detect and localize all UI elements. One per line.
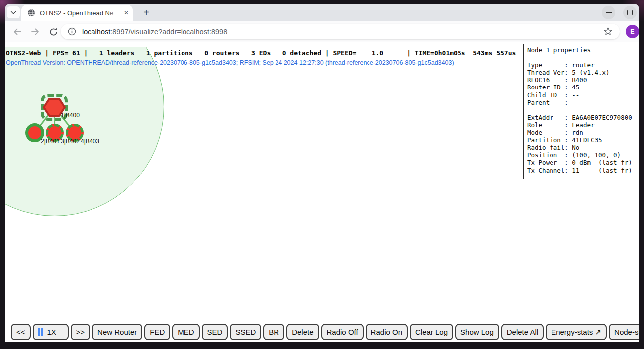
back-button[interactable] <box>11 25 24 38</box>
show-log-button[interactable]: Show Log <box>455 324 499 340</box>
radio-off-button[interactable]: Radio Off <box>321 324 364 340</box>
med-button[interactable]: MED <box>172 324 199 340</box>
url-path: :8997/visualize?addr=localhost:8998 <box>110 28 227 36</box>
delete-button[interactable]: Delete <box>286 324 319 340</box>
maximize-button[interactable] <box>623 6 637 19</box>
fed-button[interactable]: FED <box>144 324 170 340</box>
reload-icon <box>49 27 58 37</box>
speed-display-button[interactable]: 1X <box>33 324 69 340</box>
node-stats-button[interactable]: Node-stats ↗ <box>609 324 639 340</box>
back-arrow-icon <box>12 27 22 37</box>
minimize-button[interactable] <box>602 6 615 19</box>
speed-value: 1X <box>47 328 56 336</box>
forward-arrow-icon <box>30 27 40 37</box>
ssed-button[interactable]: SSED <box>230 324 261 340</box>
new-tab-button[interactable]: + <box>140 6 152 18</box>
network-canvas[interactable]: 1|B400 2|B401 3|B402 4|B403 OTNS2-Web | … <box>5 47 523 342</box>
address-bar[interactable]: localhost:8997/visualize?addr=localhost:… <box>61 24 620 39</box>
globe-favicon-icon <box>27 9 35 17</box>
chevron-down-icon <box>9 8 17 16</box>
tab-close-icon[interactable]: ✕ <box>124 10 129 16</box>
page-info-icon[interactable] <box>68 27 76 36</box>
url-host: localhost <box>82 28 110 36</box>
minimize-icon <box>606 12 612 13</box>
reload-button[interactable] <box>47 25 60 38</box>
tab-search-button[interactable] <box>7 6 20 18</box>
maximize-icon <box>627 10 633 15</box>
clear-log-button[interactable]: Clear Log <box>410 324 453 340</box>
new-router-button[interactable]: New Router <box>92 324 142 340</box>
simulation-status-line: OTNS2-Web | FPS= 61 | 1 leaders 1 partit… <box>6 49 516 57</box>
sed-button[interactable]: SED <box>202 324 228 340</box>
openthread-version-line: OpenThread Version: OPENTHREAD/thread-re… <box>6 59 454 66</box>
forward-button[interactable] <box>29 25 42 38</box>
navigation-bar: localhost:8997/visualize?addr=localhost:… <box>5 21 639 42</box>
delete-all-button[interactable]: Delete All <box>501 324 544 340</box>
tab-title: OTNS2 - OpenThread Ne <box>40 9 121 17</box>
speed-down-button[interactable]: << <box>11 324 31 340</box>
speed-up-button[interactable]: >> <box>71 324 91 340</box>
browser-window: OTNS2 - OpenThread Ne ✕ + localhost:8997… <box>5 4 639 342</box>
otns-page: 1|B400 2|B401 3|B402 4|B403 OTNS2-Web | … <box>5 42 639 342</box>
tab-otns2[interactable]: OTNS2 - OpenThread Ne ✕ <box>21 5 133 21</box>
bookmark-star-icon[interactable] <box>603 27 613 36</box>
control-toolbar: << 1X >> New Router FED MED SED SSED BR … <box>5 324 639 340</box>
node-1-label: 1|B400 <box>61 112 80 119</box>
pause-icon <box>38 328 43 336</box>
node-properties-panel: Node 1 properties Type : router Thread V… <box>523 44 639 179</box>
node-3-label: 3|B402 <box>61 138 80 145</box>
node-properties-text: Node 1 properties Type : router Thread V… <box>527 46 638 174</box>
br-button[interactable]: BR <box>263 324 284 340</box>
url-text[interactable]: localhost:8997/visualize?addr=localhost:… <box>82 28 603 36</box>
radio-on-button[interactable]: Radio On <box>366 324 408 340</box>
node-2-label: 2|B401 <box>41 138 60 145</box>
profile-avatar[interactable]: E <box>626 25 639 38</box>
node-4-label: 4|B403 <box>81 138 99 145</box>
tab-strip: OTNS2 - OpenThread Ne ✕ + <box>5 4 639 21</box>
energy-stats-button[interactable]: Energy-stats ↗ <box>546 324 607 340</box>
